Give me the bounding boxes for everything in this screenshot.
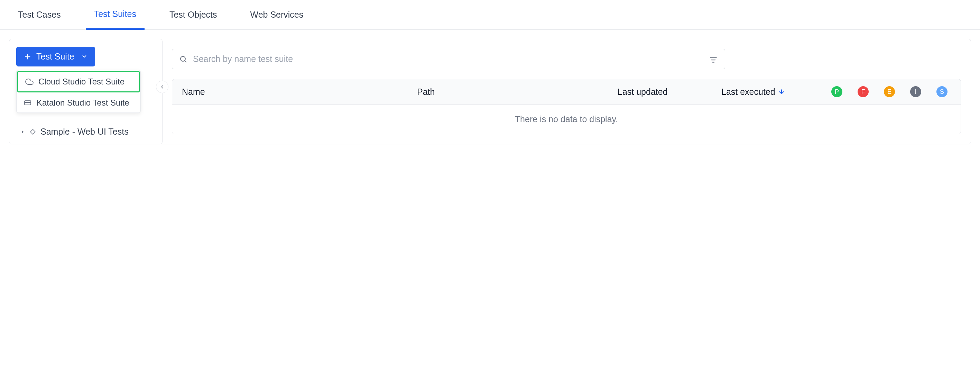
tree-item-label: Sample - Web UI Tests bbox=[40, 127, 129, 137]
avatar-s[interactable]: S bbox=[936, 86, 948, 97]
collapse-sidebar-button[interactable] bbox=[156, 81, 169, 93]
avatar-i[interactable]: I bbox=[910, 86, 921, 97]
search-bar bbox=[172, 49, 725, 69]
status-avatars: P F E I S bbox=[818, 86, 951, 97]
column-last-updated[interactable]: Last updated bbox=[617, 87, 721, 97]
top-nav: Test Cases Test Suites Test Objects Web … bbox=[0, 0, 980, 30]
card-icon bbox=[24, 99, 32, 107]
caret-right-icon bbox=[21, 129, 25, 134]
svg-line-7 bbox=[185, 61, 186, 62]
dropdown-katalon-studio[interactable]: Katalon Studio Test Suite bbox=[17, 93, 140, 112]
svg-point-6 bbox=[180, 56, 185, 61]
chevron-down-icon bbox=[81, 51, 88, 62]
tree: Sample - Web UI Tests bbox=[16, 123, 155, 140]
table-empty-message: There is no data to display. bbox=[172, 105, 961, 134]
table-header: Name Path Last updated Last executed P F… bbox=[172, 79, 961, 105]
column-path[interactable]: Path bbox=[417, 87, 617, 97]
column-last-executed[interactable]: Last executed bbox=[721, 87, 818, 97]
search-input[interactable] bbox=[193, 54, 703, 64]
avatar-f[interactable]: F bbox=[858, 86, 869, 97]
dropdown-cloud-studio[interactable]: Cloud Studio Test Suite bbox=[17, 71, 140, 93]
plus-icon bbox=[24, 53, 32, 61]
svg-rect-5 bbox=[30, 129, 35, 134]
search-icon bbox=[179, 55, 188, 63]
content-panel: Name Path Last updated Last executed P F… bbox=[162, 39, 971, 144]
cloud-icon bbox=[25, 78, 33, 86]
new-test-suite-button[interactable]: Test Suite bbox=[16, 47, 95, 67]
table: Name Path Last updated Last executed P F… bbox=[172, 79, 961, 134]
sort-descending-icon bbox=[778, 88, 785, 95]
new-suite-dropdown: Cloud Studio Test Suite Katalon Studio T… bbox=[16, 70, 141, 113]
avatar-p[interactable]: P bbox=[831, 86, 842, 97]
diamond-icon bbox=[29, 128, 36, 135]
column-name[interactable]: Name bbox=[182, 87, 417, 97]
new-test-suite-label: Test Suite bbox=[36, 51, 74, 62]
tab-test-objects[interactable]: Test Objects bbox=[161, 0, 226, 30]
avatar-e[interactable]: E bbox=[884, 86, 895, 97]
tab-web-services[interactable]: Web Services bbox=[242, 0, 312, 30]
dropdown-item-label: Cloud Studio Test Suite bbox=[38, 77, 124, 86]
tab-test-suites[interactable]: Test Suites bbox=[86, 0, 145, 30]
sidebar: Test Suite Cloud Studio Test Suite Katal… bbox=[9, 39, 162, 144]
filter-icon[interactable] bbox=[709, 55, 718, 64]
svg-rect-2 bbox=[25, 101, 31, 105]
tab-test-cases[interactable]: Test Cases bbox=[10, 0, 69, 30]
svg-marker-4 bbox=[22, 130, 24, 133]
column-last-executed-label: Last executed bbox=[721, 87, 775, 97]
dropdown-item-label: Katalon Studio Test Suite bbox=[37, 98, 129, 108]
tree-item-sample-web-ui[interactable]: Sample - Web UI Tests bbox=[18, 123, 155, 140]
